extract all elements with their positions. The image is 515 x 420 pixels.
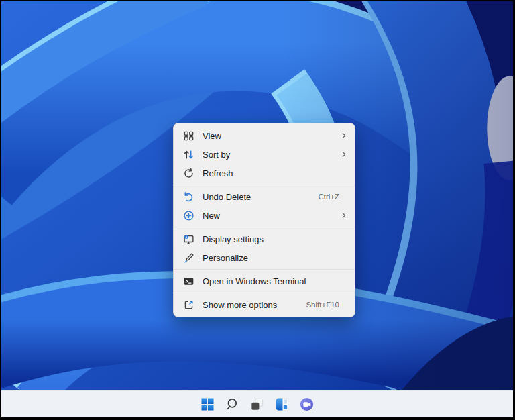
screenshot-frame: ViewSort byRefreshUndo DeleteCtrl+ZNewDi…	[0, 0, 515, 420]
sort-arrows-icon	[183, 149, 194, 160]
chat-button[interactable]	[296, 393, 318, 415]
view-grid-icon	[183, 130, 194, 142]
menu-item-refresh[interactable]: Refresh	[174, 164, 355, 182]
widgets-icon	[274, 397, 290, 412]
menu-item-label: Open in Windows Terminal	[203, 276, 306, 286]
teams-chat-icon	[299, 397, 314, 412]
desktop[interactable]: ViewSort byRefreshUndo DeleteCtrl+ZNewDi…	[1, 1, 513, 417]
menu-separator	[174, 185, 355, 185]
show-more-options-icon	[183, 299, 194, 311]
taskbar	[1, 390, 513, 417]
menu-item-new[interactable]: New	[174, 206, 355, 225]
undo-icon	[183, 191, 194, 203]
menu-item-show-more-options[interactable]: Show more optionsShift+F10	[174, 295, 355, 314]
chevron-right-icon	[339, 211, 349, 220]
widgets-button[interactable]	[271, 393, 293, 415]
refresh-icon	[183, 168, 194, 179]
menu-item-label: Show more options	[203, 300, 277, 310]
menu-item-display-settings[interactable]: Display settings	[174, 229, 355, 248]
task-view-icon	[249, 397, 265, 412]
new-item-icon	[183, 210, 194, 221]
menu-item-label: Refresh	[203, 168, 233, 178]
menu-item-label: Personalize	[203, 253, 248, 263]
display-settings-icon	[183, 233, 194, 245]
menu-item-shortcut: Ctrl+Z	[318, 193, 349, 201]
menu-item-label: View	[203, 131, 221, 141]
menu-separator	[174, 269, 355, 270]
chevron-right-icon	[339, 150, 349, 159]
windows-terminal-icon	[183, 276, 194, 287]
start-button[interactable]	[196, 393, 219, 415]
chevron-right-icon	[339, 131, 349, 140]
search-icon	[225, 397, 240, 412]
menu-item-shortcut: Shift+F10	[306, 301, 349, 309]
task-view-button[interactable]	[246, 393, 268, 415]
personalize-brush-icon	[183, 252, 194, 264]
search-button[interactable]	[221, 393, 243, 415]
menu-item-label: Sort by	[203, 150, 230, 160]
menu-item-label: Display settings	[203, 234, 264, 244]
menu-item-sort-by[interactable]: Sort by	[174, 145, 355, 164]
windows-logo-icon	[200, 397, 215, 412]
menu-item-view[interactable]: View	[174, 126, 355, 145]
menu-item-label: New	[203, 211, 220, 221]
menu-item-personalize[interactable]: Personalize	[174, 248, 355, 267]
menu-item-label: Undo Delete	[203, 192, 251, 202]
menu-item-open-in-windows-terminal[interactable]: Open in Windows Terminal	[174, 272, 355, 291]
menu-separator	[174, 227, 355, 227]
menu-item-undo-delete[interactable]: Undo DeleteCtrl+Z	[174, 187, 355, 206]
menu-separator	[174, 293, 355, 293]
desktop-context-menu: ViewSort byRefreshUndo DeleteCtrl+ZNewDi…	[173, 123, 355, 317]
